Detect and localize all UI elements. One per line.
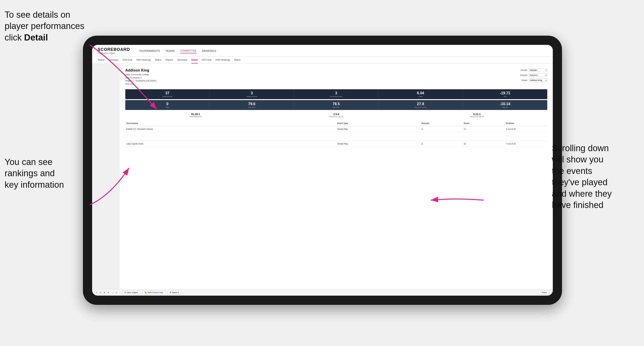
share-icon: ⤴: [540, 292, 542, 294]
stats-grid-row2: 0 Wins 79.6 Avg Score 78.5 Adj Score 27.…: [125, 100, 547, 110]
event-type: [336, 137, 420, 141]
stat-wins: 0 Wins: [125, 100, 210, 110]
watch-chevron-icon: ▾: [178, 292, 179, 294]
record-overall: 91-20-1 Overall Record: [125, 113, 266, 118]
division-control: Division NJCAA I: [520, 73, 547, 77]
stat-avg-sg-value: -10.14: [464, 102, 546, 106]
score: 17: [463, 126, 505, 132]
share-label: Share: [542, 292, 547, 294]
stat-points-label: Points: [380, 96, 461, 97]
player-region: Region 1 - Southwest (18) District: [125, 79, 156, 83]
view-original-label: View: Original: [127, 292, 138, 294]
subnav-summary2[interactable]: Summary: [177, 57, 187, 63]
annotation-bottomleft: You can seerankings andkey information: [4, 157, 88, 190]
subnav-matrix1[interactable]: Matrix: [155, 57, 161, 63]
stat-avg-score-label: Avg Score: [211, 107, 292, 108]
player-year: First Year: [125, 83, 156, 86]
stat-adj-score-value: 78.5: [296, 102, 377, 106]
redo-icon[interactable]: ↻: [100, 292, 101, 294]
watch-label: Watch: [172, 292, 177, 294]
tablet-frame: SCOREBOARD Powered by clippd TOURNAMENTS…: [83, 36, 562, 305]
settings-icon[interactable]: ⊙: [116, 292, 117, 294]
stat-national-rank-label: National Rank: [127, 96, 208, 97]
player-select-label: Player: [522, 79, 528, 81]
table-spacer-row: [125, 132, 547, 137]
record-overall-label: Overall Record: [190, 116, 202, 118]
tournament-name: Lady Coyote Invite: [125, 141, 336, 147]
event-type: Stroke Play: [336, 141, 420, 147]
tablet-screen: SCOREBOARD Powered by clippd TOURNAMENTS…: [92, 45, 553, 296]
view-original-button[interactable]: ⊡ View: Original: [122, 291, 140, 295]
stat-avg-sg: -10.14 Avg SG: [463, 100, 547, 110]
rounds: 2: [420, 126, 463, 132]
tournament-name: [125, 137, 336, 141]
minus-icon[interactable]: —: [112, 292, 113, 294]
annotation-bottomright-text: Scrolling downwill show youthe eventsthe…: [552, 143, 612, 210]
annotation-bottomleft-text: You can seerankings andkey information: [4, 157, 64, 189]
watch-icon: 👁: [170, 292, 171, 294]
subnav-matrix2[interactable]: Matrix: [234, 57, 240, 63]
record-top50-label: Record vs top 50: [470, 116, 484, 118]
division-select-wrapper[interactable]: NJCAA I: [529, 73, 547, 77]
subnav-teams[interactable]: Teams: [98, 57, 104, 63]
rounds: 2: [420, 141, 463, 147]
save-custom-button[interactable]: 🔖 Save Custom View: [142, 291, 165, 295]
player-school: Mesa Community College: [125, 73, 156, 76]
record-top50: 5-11-1 Record vs top 50: [406, 113, 547, 118]
share-button[interactable]: ⤴ Share: [538, 291, 549, 295]
stat-points: 6.04 Points: [378, 89, 463, 99]
player-select[interactable]: Addison King: [529, 78, 547, 82]
gender-select-wrapper[interactable]: Women Men: [529, 68, 547, 72]
nav-teams[interactable]: TEAMS: [166, 48, 174, 53]
save-icon: 🔖: [144, 292, 147, 294]
stat-sos: -19.71 SoS: [463, 89, 547, 99]
content-area: Addison King Mesa Community College NJCA…: [92, 64, 553, 289]
subnav-summary1[interactable]: Summary: [108, 57, 118, 63]
player-select-wrapper[interactable]: Addison King: [529, 78, 547, 82]
app-header: SCOREBOARD Powered by clippd TOURNAMENTS…: [92, 45, 553, 57]
subnav-h2hheatmap2[interactable]: H2H Heatmap: [216, 57, 230, 63]
player-header: Addison King Mesa Community College NJCA…: [125, 68, 547, 86]
table-row: Estella CC- Mountain ClassicStroke Play2…: [125, 126, 547, 132]
th-position: Position: [505, 121, 547, 126]
logo-sub: Powered by clippd: [98, 52, 115, 54]
th-event-type: Event Type: [336, 121, 420, 126]
record-top25-value: 1-5-0: [333, 113, 339, 116]
stat-avg-score: 79.6 Avg Score: [210, 100, 294, 110]
player-controls: Gender Women Men Division: [520, 68, 547, 86]
zoom-fit-icon[interactable]: ⊞: [104, 292, 105, 294]
subnav-h2hgrid2[interactable]: H2H Grid: [202, 57, 212, 63]
stat-avg-score-par-value: 27.8: [380, 102, 461, 106]
zoom-icon[interactable]: ⊕: [108, 292, 109, 294]
tournament-name: Estella CC- Mountain Classic: [125, 126, 336, 132]
view-icon: ⊡: [124, 292, 126, 294]
undo-icon[interactable]: ↺: [96, 292, 98, 294]
score: 16: [463, 141, 505, 147]
stat-national-rank: 37 National Rank: [125, 89, 210, 99]
subnav-h2hheatmap1[interactable]: H2H Heatmap: [136, 57, 151, 63]
logo-area: SCOREBOARD Powered by clippd: [98, 47, 130, 54]
player-name: Addison King: [125, 68, 156, 72]
annotation-topleft: To see details on player performances cl…: [4, 9, 85, 43]
gender-select[interactable]: Women Men: [529, 68, 547, 72]
nav-rankings[interactable]: RANKINGS: [202, 48, 216, 53]
stat-points-value: 6.04: [380, 91, 461, 95]
annotation-topleft-text: To see details on player performances cl…: [4, 10, 84, 42]
rounds: [420, 137, 463, 141]
stat-wins-value: 0: [127, 102, 208, 106]
stat-conference-rank-value: 3: [296, 91, 377, 95]
subnav-detail[interactable]: Detail: [192, 57, 198, 63]
record-overall-value: 91-20-1: [191, 113, 200, 116]
nav-tournaments[interactable]: TOURNAMENTS: [139, 48, 160, 53]
subnav-players[interactable]: Players: [166, 57, 173, 63]
watch-button[interactable]: 👁 Watch ▾: [168, 291, 181, 295]
stat-national-rank-value: 37: [127, 91, 208, 95]
record-section: 91-20-1 Overall Record 1-5-0 Record vs t…: [125, 113, 547, 118]
division-select[interactable]: NJCAA I: [529, 73, 547, 77]
left-sidebar: [92, 64, 120, 289]
score: [463, 137, 505, 141]
stat-avg-score-par-label: Avg Score to Par: [380, 107, 461, 108]
nav-committee[interactable]: COMMITTEE: [180, 48, 197, 53]
subnav-h2hgrid1[interactable]: H2H Grid: [122, 57, 132, 63]
player-info: Addison King Mesa Community College NJCA…: [125, 68, 156, 86]
